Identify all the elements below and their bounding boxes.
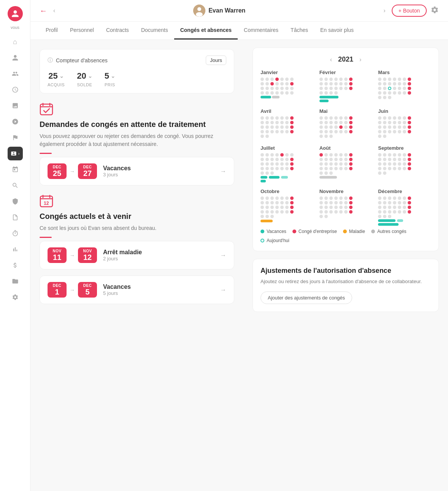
month-mai: Mai: [319, 108, 372, 139]
sidebar: vous ⌂ ›: [0, 0, 30, 491]
upcoming-leave-card-1[interactable]: NOV 11 → NOV 12 Arrêt maladie 2 jours →: [40, 241, 234, 269]
sidebar-item-clock[interactable]: [8, 83, 23, 97]
header-actions: + Bouton: [392, 5, 439, 17]
legend-pink-dot: [292, 230, 296, 233]
sidebar-item-award[interactable]: [8, 195, 23, 208]
pris-label: PRIS: [105, 82, 115, 87]
solde-number: 20 ⌄: [77, 71, 92, 81]
tab-personnel[interactable]: Personnel: [64, 22, 100, 40]
legend-vacances: Vacances: [261, 229, 286, 234]
left-panel: ⓘ Compteur d'absences Jours 25 ⌄ ACQUIS: [30, 40, 243, 491]
cal-next-button[interactable]: ›: [359, 56, 361, 63]
user-avatar-icon[interactable]: [8, 6, 23, 21]
jours-badge[interactable]: Jours: [206, 55, 226, 65]
pending-date-range: DEC 25 → DEC 27: [48, 163, 97, 179]
settings-gear-icon[interactable]: [431, 6, 439, 16]
sidebar-item-home[interactable]: ⌂: [8, 35, 23, 49]
nav-next-button[interactable]: ›: [382, 6, 387, 16]
legend-autres-conges: Autres congés: [371, 229, 407, 234]
sidebar-item-search[interactable]: [8, 179, 23, 192]
sidebar-item-photo[interactable]: [8, 99, 23, 112]
legend-conge-entreprise-label: Congé d'entreprise: [299, 229, 337, 234]
tab-contracts[interactable]: Contracts: [100, 22, 135, 40]
legend-vacances-dot: [261, 230, 264, 233]
content-area: ⓘ Compteur d'absences Jours 25 ⌄ ACQUIS: [30, 40, 448, 491]
date-arrow-icon-2: →: [70, 287, 75, 293]
tab-conges[interactable]: Congés et absences: [174, 22, 238, 40]
adjustment-section: Ajustements de l'autorisation d'absence …: [253, 259, 439, 312]
sidebar-item-calendar[interactable]: [8, 163, 23, 176]
upcoming-leave-duration-2: 5 jours: [103, 290, 214, 296]
tab-en-savoir-plus[interactable]: En savoir plus: [314, 22, 360, 40]
month-octobre: Octobre: [261, 188, 313, 226]
upcoming-leave-card-2[interactable]: DEC 1 → DEC 5 Vacances 5 jours →: [40, 276, 234, 304]
pending-section-icon: [40, 103, 53, 116]
upcoming-divider: [40, 237, 52, 238]
acquis-number: 25 ⌄: [48, 71, 64, 81]
sidebar-item-doc[interactable]: [8, 211, 23, 224]
pris-item: 5 ⌄ PRIS: [105, 71, 115, 87]
legend-today-dot: [261, 239, 264, 242]
info-icon: ⓘ: [48, 57, 53, 64]
sidebar-item-dollar[interactable]: [8, 258, 23, 272]
sidebar-item-folder[interactable]: [8, 274, 23, 288]
upcoming-desc: Ce sont les jours où Evan sera absent du…: [40, 224, 234, 232]
sidebar-item-group[interactable]: [8, 67, 23, 81]
calendar-header: ‹ 2021 ›: [261, 55, 431, 63]
upcoming-to-date-1: NOV 12: [78, 247, 97, 263]
acquis-chevron-icon[interactable]: ⌄: [59, 73, 64, 79]
upcoming-from-date-2: DEC 1: [48, 282, 67, 298]
pending-to-date: DEC 27: [78, 163, 97, 179]
sidebar-item-person[interactable]: [8, 51, 23, 65]
month-aout: Août: [319, 145, 372, 182]
cal-prev-button[interactable]: ‹: [330, 56, 332, 63]
month-avril: Avril: [261, 108, 313, 139]
nav-prev-button[interactable]: ‹: [52, 6, 57, 16]
user-name: Evan Warren: [208, 7, 245, 14]
tab-documents[interactable]: Documents: [135, 22, 174, 40]
add-adjustment-button[interactable]: Ajouter des ajustements de congés: [261, 291, 352, 304]
right-panel: ‹ 2021 › Janvier: [243, 40, 448, 491]
sidebar-item-flag[interactable]: [8, 131, 23, 144]
sidebar-item-chart[interactable]: [8, 242, 23, 256]
solde-chevron-icon[interactable]: ⌄: [88, 73, 92, 79]
legend-vacances-label: Vacances: [267, 229, 286, 234]
pending-leave-card[interactable]: DEC 25 → DEC 27 Vacances 3 jours →: [40, 157, 234, 185]
pending-desc: Vous pouvez approuver ou rejeter ces dem…: [40, 132, 234, 148]
tab-profil[interactable]: Profil: [40, 22, 64, 40]
bouton-button[interactable]: + Bouton: [392, 5, 427, 17]
sidebar-item-id[interactable]: ›: [8, 147, 23, 160]
back-button[interactable]: ←: [40, 6, 47, 15]
upcoming-section: 12 Congés actuels et à venir Ce sont les…: [40, 195, 234, 304]
month-juillet: Juillet: [261, 145, 313, 182]
acquis-label: ACQUIS: [48, 82, 65, 87]
user-info: Evan Warren: [61, 5, 377, 17]
sidebar-item-target[interactable]: [8, 115, 23, 128]
upcoming-section-icon: 12: [40, 195, 53, 208]
tab-taches[interactable]: Tâches: [284, 22, 314, 40]
main-area: ← ‹ Evan Warren › + Bouton Profil Person…: [30, 0, 448, 491]
tab-commentaires[interactable]: Commentaires: [238, 22, 284, 40]
upcoming-date-range-2: DEC 1 → DEC 5: [48, 282, 97, 298]
svg-text:12: 12: [44, 201, 49, 206]
upcoming-go-icon-1[interactable]: →: [220, 252, 226, 259]
upcoming-leave-info-2: Vacances 5 jours: [103, 284, 214, 296]
upcoming-from-date-1: NOV 11: [48, 247, 67, 263]
calendar-legend: Vacances Congé d'entreprise Maladie Autr…: [261, 229, 431, 243]
pending-go-icon[interactable]: →: [220, 168, 226, 175]
counter-header: ⓘ Compteur d'absences Jours: [48, 55, 226, 65]
month-novembre: Novembre: [319, 188, 372, 226]
sidebar-item-settings[interactable]: [8, 290, 23, 304]
counter-values: 25 ⌄ ACQUIS 20 ⌄ SOLDE 5: [48, 71, 226, 87]
legend-maladie-label: Maladie: [349, 229, 365, 234]
calendar-section: ‹ 2021 › Janvier: [253, 48, 439, 251]
legend-maladie: Maladie: [343, 229, 365, 234]
pending-divider: [40, 153, 52, 154]
upcoming-go-icon-2[interactable]: →: [220, 287, 226, 293]
sidebar-item-timer[interactable]: [8, 226, 23, 240]
pris-chevron-icon[interactable]: ⌄: [111, 73, 115, 79]
upcoming-to-date-2: DEC 5: [78, 282, 97, 298]
svg-point-2: [196, 12, 203, 17]
pending-title: Demandes de congés en attente de traitem…: [40, 119, 234, 129]
month-fevrier: Février: [319, 70, 372, 102]
